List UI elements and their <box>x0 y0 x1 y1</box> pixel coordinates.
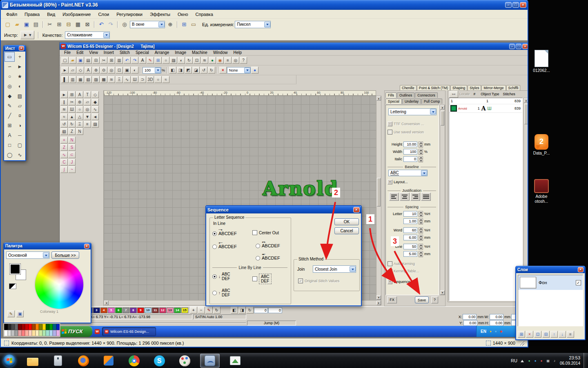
justify-left-button[interactable] <box>389 193 399 201</box>
pan-tool[interactable]: ◐ <box>15 81 25 91</box>
satin-icon[interactable]: Ш <box>68 106 76 113</box>
tatami-icon[interactable]: ▦ <box>77 76 84 83</box>
layers-titlebar[interactable]: Слои × <box>516 266 585 273</box>
wl-menu-window[interactable]: Window <box>210 50 231 55</box>
tri-icon[interactable]: △ <box>76 113 83 120</box>
expander-icon[interactable]: ‹ <box>388 269 392 274</box>
zoom-mode-select[interactable]: В окне <box>130 21 165 28</box>
sequence-option-double-left[interactable]: ◂◂┄ABCDEF <box>256 253 280 260</box>
taskbar-app-palette[interactable] <box>175 354 194 368</box>
close-button[interactable]: × <box>578 267 584 272</box>
hatch-icon[interactable]: ▨ <box>91 121 99 128</box>
expander-icon[interactable]: ‹ <box>388 121 392 126</box>
layout-button[interactable]: Layout... <box>394 180 408 184</box>
j-tool-icon[interactable]: J <box>68 159 76 166</box>
minimize-button[interactable]: – <box>505 2 512 8</box>
radio-selected[interactable] <box>212 231 217 236</box>
object-type-select[interactable]: Lettering <box>388 108 437 115</box>
thread-color-11[interactable]: 11 <box>152 307 159 313</box>
tray-blue-icon[interactable]: ● <box>533 358 538 364</box>
reshape-icon[interactable]: ◇ <box>77 67 84 74</box>
color-swatch[interactable] <box>11 324 15 330</box>
clone-stamp-tool[interactable]: ⊞ <box>4 121 15 130</box>
rounded-rectangle-tool[interactable]: ▢ <box>15 140 25 150</box>
zoom-icon[interactable]: ◎ <box>120 20 129 29</box>
zoom-tool[interactable]: ◎ <box>4 81 15 91</box>
curve-icon[interactable]: ∿ <box>123 76 131 83</box>
mirror-d2-icon[interactable]: ◪ <box>192 67 200 74</box>
print-icon[interactable]: ▤ <box>85 57 92 64</box>
target-icon[interactable]: ◎ <box>84 106 91 113</box>
thread-color-13[interactable]: 13 <box>167 307 174 313</box>
zoom-box-icon[interactable]: ⊡ <box>116 67 123 74</box>
xp-tray-icon-1[interactable]: ● <box>488 328 493 334</box>
xp-start-button[interactable]: ПУСК <box>60 326 92 337</box>
color-swatch[interactable] <box>15 330 18 336</box>
edit-color-icon[interactable]: ✎ <box>7 310 15 317</box>
resize-grip[interactable] <box>519 340 524 346</box>
rotate-cw-icon[interactable]: ↻ <box>208 67 215 74</box>
more-button[interactable]: Больше >> <box>51 251 79 259</box>
remove-color-icon[interactable]: − <box>198 307 205 314</box>
taskbar-app-chrome[interactable] <box>124 354 144 368</box>
menu-файл[interactable]: Файл <box>2 11 21 18</box>
left-icon[interactable]: ◄ <box>91 113 99 120</box>
menu-слои[interactable]: Слои <box>94 11 113 18</box>
palette-icon[interactable]: ◉ <box>216 57 224 64</box>
sequence-dialog-titlebar[interactable]: Sequence × <box>206 206 361 213</box>
swatch-grid-icon[interactable]: ▣ <box>16 310 24 317</box>
rotate-angle-input[interactable]: 0 <box>254 307 268 313</box>
tools-titlebar[interactable]: Инст × <box>4 45 25 52</box>
edit-color-icon[interactable]: ✎ <box>205 307 213 314</box>
radio-selected[interactable] <box>212 274 217 279</box>
motif-icon[interactable]: ▧ <box>85 76 92 83</box>
color-swatch[interactable] <box>46 324 49 330</box>
eraser-tool[interactable]: ▱ <box>15 101 25 111</box>
docker-tab-point-stitch-tm-[interactable]: Point & Stitch (TM) <box>417 85 450 90</box>
volume-icon[interactable]: ♪ <box>552 358 557 364</box>
wilcom-quicklaunch-icon[interactable]: W <box>95 329 100 334</box>
tab-pullcomp[interactable]: Pull Comp <box>421 99 442 104</box>
desktop-icon-data[interactable]: 2 Data_P... <box>526 134 557 156</box>
close-button[interactable]: × <box>84 244 89 249</box>
color-swatch[interactable] <box>15 324 18 330</box>
start-button[interactable] <box>3 355 16 367</box>
line-spacing-input[interactable]: 50 <box>403 244 417 249</box>
down-icon[interactable]: ▼ <box>84 113 91 120</box>
print-icon[interactable]: ▤ <box>31 20 40 29</box>
dock-toggle-button[interactable]: »« <box>449 91 458 98</box>
lettering-icon[interactable]: A <box>76 91 83 98</box>
color-picker-tool[interactable]: ¤ <box>15 111 25 121</box>
color-swatch[interactable] <box>25 324 29 330</box>
tray-expand-icon[interactable] <box>521 358 524 362</box>
color-wheel-icon[interactable]: ● <box>251 67 258 74</box>
rotate-icon[interactable]: ↻ <box>246 307 254 314</box>
paint-bucket-tool[interactable]: ◆ <box>4 91 15 101</box>
vertical-scrollbar[interactable]: ▲ ▼ <box>376 96 381 300</box>
s-curve-icon[interactable]: ∫ <box>60 166 68 173</box>
menu-справка[interactable]: Справка <box>192 11 217 18</box>
run-icon[interactable]: ▱ <box>84 99 91 105</box>
color-wheel[interactable] <box>35 260 83 309</box>
thread-color-5[interactable]: 5 <box>108 307 115 313</box>
smooth-icon[interactable]: ≈ <box>162 76 169 83</box>
display-icon[interactable]: ▦ <box>545 358 551 364</box>
clock[interactable]: 23:53 06.09.2014 <box>560 355 580 366</box>
move-selection-tool[interactable]: ► <box>15 62 25 72</box>
undo-icon[interactable]: ↶ <box>123 57 131 64</box>
cross-icon[interactable]: ▨ <box>92 76 100 83</box>
zoom-out-icon[interactable]: ⊖ <box>100 67 107 74</box>
info-icon[interactable]: ◎ <box>232 57 239 64</box>
wl-menu-special[interactable]: Special <box>133 50 152 55</box>
hoop-icon[interactable]: ○ <box>162 57 169 64</box>
move-up-icon[interactable]: ↑ <box>550 331 558 338</box>
tab-fills[interactable]: Fills <box>385 92 396 98</box>
save-icon[interactable]: ▣ <box>77 57 84 64</box>
ellipse-tool[interactable]: ◯ <box>4 150 15 160</box>
desktop-icon-document[interactable]: 012062... <box>526 50 557 73</box>
menu-изображение[interactable]: Изображение <box>59 11 94 18</box>
arc-tool-icon[interactable]: ⊂ <box>68 151 76 158</box>
menu-эффекты[interactable]: Эффекты <box>146 11 174 18</box>
color-swatch[interactable] <box>22 324 25 330</box>
zigzag-icon[interactable]: ≋ <box>60 106 68 113</box>
